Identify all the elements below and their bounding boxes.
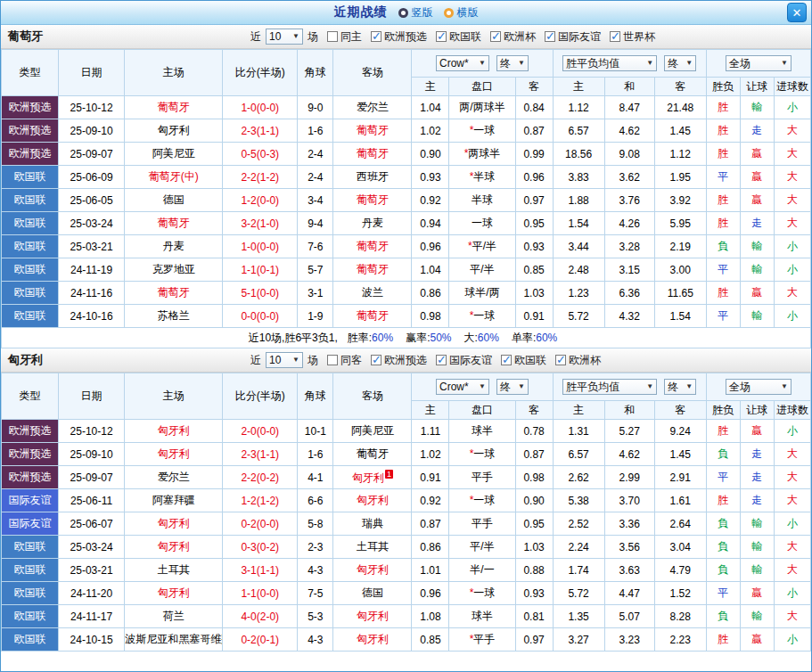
goals-indicator: 大 [774, 119, 810, 143]
avg-away-odds: 3.92 [654, 189, 706, 212]
avg-draw-odds: 4.62 [604, 443, 654, 466]
checkbox-checked-icon[interactable] [610, 31, 620, 42]
checkbox-checked-icon[interactable] [371, 31, 381, 42]
checkbox-unchecked-icon[interactable] [327, 355, 338, 365]
competition-filter-checkbox[interactable]: 国际友谊 [545, 29, 601, 45]
score-halftime: 0-5(0-3) [223, 143, 298, 166]
home-team: 爱尔兰 [125, 466, 223, 489]
away-team: 土耳其 [333, 536, 412, 559]
handicap-odds-away: 0.87 [515, 443, 553, 466]
checkbox-checked-icon[interactable] [371, 355, 381, 365]
filter-label: 国际友谊 [449, 353, 492, 368]
competition-filter-checkbox[interactable]: 国际友谊 [436, 353, 492, 368]
competition-filter-checkbox[interactable]: 欧洲杯 [555, 353, 601, 368]
close-button[interactable]: ✕ [787, 3, 807, 22]
handicap-odds-home: 0.92 [412, 489, 449, 512]
scope-dropdown[interactable]: 全场▼ [726, 379, 791, 395]
odds-final-value: 终 [500, 380, 511, 395]
result-indicator: 負 [706, 559, 740, 582]
avg-home-odds: 1.12 [553, 96, 604, 119]
radio-vertical-layout-icon[interactable] [398, 8, 408, 18]
avg-draw-odds: 5.27 [604, 420, 654, 443]
competition-filter-checkbox[interactable]: 世界杯 [610, 29, 655, 45]
matches-label: 场 [308, 29, 318, 45]
match-date: 25-03-24 [59, 536, 125, 559]
handicap-result-indicator: 贏 [740, 282, 774, 305]
checkbox-checked-icon[interactable] [555, 355, 566, 365]
sections-container: 葡萄牙 近10▼场同主欧洲预选欧国联欧洲杯国际友谊世界杯 类型 日期 主场 比分… [1, 25, 811, 652]
match-row: 欧国联25-06-05德国1-2(0-0)3-4葡萄牙0.92半球0.971.8… [2, 189, 811, 212]
filter-label: 欧洲杯 [569, 353, 601, 368]
avg-away-odds: 1.12 [654, 143, 706, 166]
checkbox-checked-icon[interactable] [545, 31, 555, 42]
scope-dropdown[interactable]: 全场▼ [726, 55, 791, 71]
odds-source-dropdown[interactable]: Crow*▼ [436, 379, 489, 395]
checkbox-checked-icon[interactable] [436, 355, 447, 365]
home-team: 土耳其 [125, 559, 223, 582]
checkbox-checked-icon[interactable] [436, 31, 447, 42]
odds-final-dropdown[interactable]: 终▼ [496, 55, 529, 71]
avg-draw-odds: 3.62 [604, 166, 654, 189]
match-count-dropdown[interactable]: 10▼ [266, 29, 303, 45]
filter-label: 欧国联 [449, 29, 481, 45]
matches-label: 场 [308, 353, 318, 368]
match-row: 国际友谊25-06-11阿塞拜疆1-2(1-2)6-6匈牙利0.92*一球0.9… [2, 489, 811, 512]
odds-source-dropdown[interactable]: Crow*▼ [436, 55, 489, 71]
vertical-layout-option[interactable]: 竖版 [412, 5, 433, 20]
corner-score: 9-0 [298, 96, 333, 119]
match-count-dropdown-value: 10 [269, 354, 281, 366]
odds-final-dropdown[interactable]: 终▼ [496, 379, 529, 395]
team-label: 匈牙利 [357, 610, 389, 622]
match-date: 25-06-11 [59, 489, 125, 512]
home-team: 苏格兰 [125, 305, 223, 328]
handicap-odds-away: 0.95 [515, 512, 553, 536]
subcol-handicap-result: 让球 [740, 78, 774, 96]
home-team: 荷兰 [125, 605, 223, 628]
match-row: 欧洲预选25-09-07阿美尼亚0-5(0-3)2-4葡萄牙0.90*两球半0.… [2, 143, 811, 166]
match-row: 欧洲预选25-10-12匈牙利2-0(0-0)10-1阿美尼亚1.11球半0.7… [2, 420, 811, 443]
match-date: 25-06-09 [59, 166, 125, 189]
handicap-line: 平/半 [449, 536, 515, 559]
match-count-dropdown[interactable]: 10▼ [266, 352, 303, 368]
subcol-avg-away: 客 [654, 401, 706, 420]
horizontal-layout-option[interactable]: 横版 [457, 5, 479, 20]
avg-type-dropdown[interactable]: 胜平负均值▼ [562, 379, 657, 395]
competition-filter-checkbox[interactable]: 欧洲预选 [371, 353, 427, 368]
home-team: 丹麦 [125, 235, 223, 258]
competition-filter-checkbox[interactable]: 欧国联 [436, 29, 481, 45]
venue-filter-checkbox[interactable]: 同客 [327, 353, 362, 368]
score-halftime: 1-0(0-0) [223, 235, 298, 258]
checkbox-unchecked-icon[interactable] [327, 31, 338, 42]
checkbox-checked-icon[interactable] [501, 355, 512, 365]
competition-filter-checkbox[interactable]: 欧国联 [501, 353, 546, 368]
team-label: 匈牙利 [158, 424, 190, 437]
result-indicator: 胜 [706, 189, 740, 212]
away-team: 葡萄牙 [333, 189, 412, 212]
chevron-down-icon: ▼ [479, 60, 486, 67]
competition-filter-checkbox[interactable]: 欧洲杯 [490, 29, 536, 45]
checkbox-checked-icon[interactable] [490, 31, 501, 42]
goals-indicator: 小 [774, 582, 810, 605]
competition-type: 欧国联 [2, 282, 59, 305]
near-label: 近 [250, 353, 261, 368]
summary-stat-value: 50% [430, 332, 451, 344]
handicap-line: *平手 [449, 628, 515, 652]
corner-score: 4-1 [298, 466, 333, 489]
radio-horizontal-layout-icon[interactable] [444, 8, 454, 18]
avg-final-dropdown[interactable]: 终▼ [664, 55, 696, 71]
col-header-away: 客场 [333, 373, 412, 420]
avg-type-dropdown[interactable]: 胜平负均值▼ [562, 55, 657, 71]
avg-final-dropdown[interactable]: 终▼ [664, 379, 696, 395]
venue-filter-checkbox[interactable]: 同主 [327, 29, 362, 45]
competition-filter-checkbox[interactable]: 欧洲预选 [371, 29, 427, 45]
team-label: 土耳其 [158, 563, 190, 576]
summary-stat-value: 60% [372, 332, 393, 344]
match-row: 欧洲预选25-09-10匈牙利2-3(1-1)1-6葡萄牙1.02*一球0.87… [2, 443, 811, 466]
avg-draw-odds: 3.76 [604, 189, 654, 212]
avg-home-odds: 1.88 [553, 189, 604, 212]
match-row: 欧洲预选25-09-10匈牙利2-3(1-1)1-6葡萄牙1.02*一球0.87… [2, 119, 811, 143]
handicap-result-indicator: 輸 [740, 512, 774, 536]
handicap-odds-home: 1.08 [412, 605, 449, 628]
col-header-type: 类型 [2, 50, 59, 96]
favorite-star-icon: * [470, 586, 474, 599]
